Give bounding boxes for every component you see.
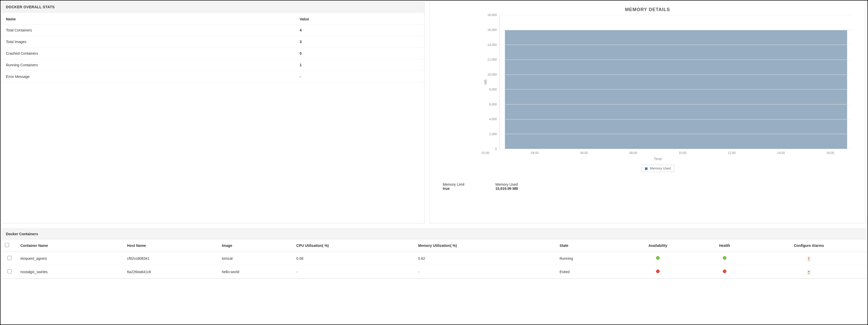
grid-line — [500, 149, 852, 149]
containers-table: Container Name Host Name Image CPU Utili… — [2, 239, 866, 278]
grid-line — [500, 30, 852, 30]
row-checkbox[interactable] — [7, 269, 11, 273]
select-all-cell — [2, 239, 17, 252]
memory-limit-value: true — [443, 186, 464, 190]
health-status-icon — [723, 256, 726, 260]
stats-row-name: Error Message — [2, 71, 296, 83]
legend-swatch-icon — [645, 168, 648, 170]
configure-alarms-icon[interactable] — [807, 257, 811, 261]
stats-row: Total Images3 — [2, 36, 424, 48]
memory-details-panel: MEMORY DETAILS MB 18,00016,00014,00012,0… — [430, 2, 865, 224]
docker-overall-stats-panel: DOCKER OVERALL STATS Name Value Total Co… — [2, 2, 425, 224]
col-cpu[interactable]: CPU Utilization( %) — [293, 239, 415, 252]
docker-containers-panel: Docker Containers Container Name Host Na… — [2, 229, 866, 279]
cell-memory: - — [415, 265, 556, 278]
stats-row-name: Total Images — [2, 36, 296, 48]
x-tick: 02:00 — [482, 151, 489, 155]
plot-area — [499, 15, 852, 149]
memory-used-value: 15,919.99 MB — [495, 186, 518, 190]
grid-line — [500, 45, 852, 45]
table-row[interactable]: nostalgic_swirles6a226ea641c8hello-world… — [2, 265, 866, 278]
cell-host-name: 6a226ea641c8 — [124, 265, 219, 278]
stats-row-value: 1 — [296, 59, 424, 71]
grid-line — [500, 134, 852, 134]
cell-state: Running — [557, 252, 618, 265]
y-ticks: 18,00016,00014,00012,00010,0008,0006,000… — [487, 15, 499, 149]
stats-col-value: Value — [296, 12, 424, 25]
x-tick: 04:00 — [531, 151, 538, 155]
x-tick: 14:00 — [777, 151, 785, 155]
y-axis-label: MB — [482, 80, 487, 85]
stats-row-name: Running Containers — [2, 59, 296, 71]
x-tick: 08:00 — [629, 151, 637, 155]
configure-alarms-icon[interactable] — [807, 270, 811, 275]
select-all-checkbox[interactable] — [5, 243, 9, 247]
stats-row: Total Containers4 — [2, 25, 424, 36]
chart-legend: Memory Used — [435, 165, 860, 172]
stats-row: Crashed Containers0 — [2, 48, 424, 59]
x-tick: 10:00 — [679, 151, 686, 155]
stats-row-value: - — [296, 71, 424, 83]
col-health[interactable]: Health — [698, 239, 752, 252]
x-tick: 16:00 — [826, 151, 834, 155]
grid-line — [500, 119, 852, 119]
stats-row-name: Crashed Containers — [2, 48, 296, 59]
availability-status-icon — [656, 256, 660, 260]
stats-panel-title: DOCKER OVERALL STATS — [2, 2, 424, 12]
col-state[interactable]: State — [557, 239, 618, 252]
stats-row-name: Total Containers — [2, 25, 296, 36]
stats-row: Error Message- — [2, 71, 424, 83]
availability-status-icon — [656, 270, 660, 273]
grid-line — [500, 75, 852, 75]
x-tick: 06:00 — [580, 151, 588, 155]
stats-row-value: 4 — [296, 25, 424, 36]
col-host-name[interactable]: Host Name — [124, 239, 219, 252]
grid-line — [500, 15, 852, 15]
containers-panel-title: Docker Containers — [2, 229, 866, 239]
health-status-icon — [723, 270, 726, 273]
memory-chart: MB 18,00016,00014,00012,00010,0008,0006,… — [435, 15, 860, 149]
stats-col-name: Name — [2, 12, 296, 25]
x-ticks: 02:0004:0006:0008:0010:0012:0014:0016:00 — [435, 149, 860, 156]
stats-row-value: 3 — [296, 36, 424, 48]
memory-used-label: Memory Used — [495, 182, 518, 186]
x-axis-label: Time — [435, 157, 860, 161]
table-row[interactable]: eloquent_agnesicf82cc808341tomcat0.080.6… — [2, 252, 866, 265]
col-memory[interactable]: Memory Utilization( %) — [415, 239, 556, 252]
cell-cpu: 0.08 — [293, 252, 415, 265]
legend-label: Memory Used — [650, 166, 671, 170]
stats-row-value: 0 — [296, 48, 424, 59]
chart-title: MEMORY DETAILS — [435, 7, 860, 12]
cell-memory: 0.62 — [415, 252, 556, 265]
row-checkbox[interactable] — [7, 256, 11, 260]
cell-image: hello-world — [219, 265, 293, 278]
x-tick: 12:00 — [728, 151, 736, 155]
col-image[interactable]: Image — [219, 239, 293, 252]
memory-limit-label: Memory Limit — [443, 182, 464, 186]
cell-cpu: - — [293, 265, 415, 278]
cell-image: tomcat — [219, 252, 293, 265]
grid-line — [500, 104, 852, 105]
legend-item[interactable]: Memory Used — [642, 165, 674, 172]
memory-stats-row: Memory Limit true Memory Used 15,919.99 … — [435, 172, 860, 193]
col-availability[interactable]: Availability — [618, 239, 698, 252]
cell-host-name: cf82cc808341 — [124, 252, 219, 265]
cell-state: Exited — [557, 265, 618, 278]
col-configure-alarms[interactable]: Configure Alarms — [752, 239, 866, 252]
cell-container-name[interactable]: nostalgic_swirles — [17, 265, 124, 278]
cell-container-name[interactable]: eloquent_agnesi — [17, 252, 124, 265]
col-container-name[interactable]: Container Name — [17, 239, 124, 252]
stats-table: Name Value Total Containers4Total Images… — [2, 12, 424, 83]
stats-row: Running Containers1 — [2, 59, 424, 71]
